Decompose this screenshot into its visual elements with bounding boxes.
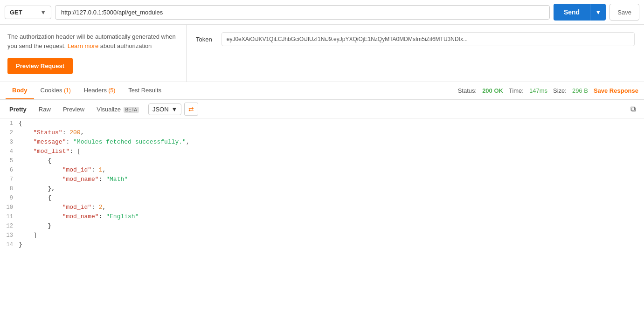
copy-button[interactable]: ⧉ <box>627 103 639 115</box>
line-content: { <box>19 156 644 165</box>
code-area: 1{2 "Status": 200,3 "message": "Modules … <box>0 119 644 322</box>
format-tab-visualize[interactable]: Visualize BETA <box>92 103 144 115</box>
tab-body[interactable]: Body <box>6 82 34 99</box>
line-content: "Status": 200, <box>19 128 644 138</box>
line-number: 1 <box>0 119 19 128</box>
auth-description: The authorization header will be automat… <box>7 32 179 50</box>
copy-icon: ⧉ <box>630 105 636 113</box>
wrap-button[interactable]: ⇄ <box>184 103 198 116</box>
format-tab-pretty[interactable]: Pretty <box>5 103 31 115</box>
send-button[interactable]: Send <box>554 4 590 21</box>
top-bar: GET ▼ Send ▼ Save <box>0 0 644 25</box>
method-label: GET <box>10 9 22 16</box>
line-content: "mod_name": "Math" <box>19 175 644 184</box>
line-content: "mod_id": 2, <box>19 203 644 212</box>
tab-headers[interactable]: Headers (5) <box>77 82 122 99</box>
size-value: 296 B <box>572 87 588 94</box>
middle-panel: The authorization header will be automat… <box>0 25 644 82</box>
line-content: { <box>19 119 644 128</box>
token-label: Token <box>196 32 212 43</box>
time-value: 147ms <box>529 87 547 94</box>
code-line: 9 { <box>0 193 644 203</box>
tab-test-results[interactable]: Test Results <box>122 82 168 99</box>
code-line: 3 "message": "Modules fetched successful… <box>0 138 644 147</box>
response-tabs: Body Cookies (1) Headers (5) Test Result… <box>6 82 168 99</box>
line-number: 11 <box>0 212 19 221</box>
line-number: 6 <box>0 165 19 175</box>
response-tabs-bar: Body Cookies (1) Headers (5) Test Result… <box>0 82 644 100</box>
line-number: 14 <box>0 240 19 249</box>
code-line: 12 } <box>0 221 644 231</box>
code-line: 4 "mod_list": [ <box>0 147 644 156</box>
line-number: 12 <box>0 221 19 231</box>
code-line: 5 { <box>0 156 644 165</box>
wrap-icon: ⇄ <box>188 105 194 113</box>
tab-cookies[interactable]: Cookies (1) <box>34 82 77 99</box>
line-number: 10 <box>0 203 19 212</box>
method-chevron-icon: ▼ <box>40 9 46 16</box>
preview-request-button[interactable]: Preview Request <box>7 58 73 74</box>
line-content: "message": "Modules fetched successfully… <box>19 138 644 147</box>
code-line: 11 "mod_name": "English" <box>0 212 644 221</box>
time-label: Time: <box>509 87 524 94</box>
line-content: "mod_list": [ <box>19 147 644 156</box>
status-label: Status: <box>458 87 477 94</box>
line-content: } <box>19 240 644 249</box>
code-line: 13 ] <box>0 231 644 240</box>
method-selector[interactable]: GET ▼ <box>5 6 51 19</box>
send-dropdown-button[interactable]: ▼ <box>590 4 606 21</box>
token-panel: Token <box>187 25 644 82</box>
save-button[interactable]: Save <box>609 4 639 21</box>
save-response-button[interactable]: Save Response <box>594 87 638 94</box>
json-format-selector[interactable]: JSON ▼ <box>148 103 182 115</box>
format-tab-raw[interactable]: Raw <box>34 103 55 115</box>
learn-more-link[interactable]: Learn more <box>68 42 98 49</box>
code-line: 7 "mod_name": "Math" <box>0 175 644 184</box>
line-content: "mod_name": "English" <box>19 212 644 221</box>
url-input[interactable] <box>55 5 550 20</box>
line-number: 9 <box>0 193 19 203</box>
size-label: Size: <box>553 87 567 94</box>
json-dropdown-icon: ▼ <box>172 106 178 113</box>
line-number: 8 <box>0 184 19 193</box>
send-dropdown-icon: ▼ <box>595 9 601 16</box>
auth-panel: The authorization header will be automat… <box>0 25 187 82</box>
line-number: 3 <box>0 138 19 147</box>
format-bar: Pretty Raw Preview Visualize BETA JSON ▼… <box>0 100 644 119</box>
line-number: 7 <box>0 175 19 184</box>
line-content: ] <box>19 231 644 240</box>
send-btn-group: Send ▼ <box>554 4 606 21</box>
line-content: "mod_id": 1, <box>19 165 644 175</box>
status-value: 200 OK <box>482 87 503 94</box>
beta-badge: BETA <box>124 107 139 113</box>
line-number: 13 <box>0 231 19 240</box>
line-number: 5 <box>0 156 19 165</box>
line-number: 2 <box>0 128 19 138</box>
code-line: 6 "mod_id": 1, <box>0 165 644 175</box>
code-line: 14} <box>0 240 644 249</box>
status-area: Status: 200 OK Time: 147ms Size: 296 B S… <box>458 87 638 94</box>
code-line: 8 }, <box>0 184 644 193</box>
line-number: 4 <box>0 147 19 156</box>
line-content: }, <box>19 184 644 193</box>
line-content: } <box>19 221 644 231</box>
token-input[interactable] <box>222 32 635 46</box>
format-tab-preview[interactable]: Preview <box>58 103 89 115</box>
code-line: 10 "mod_id": 2, <box>0 203 644 212</box>
code-line: 1{ <box>0 119 644 128</box>
code-line: 2 "Status": 200, <box>0 128 644 138</box>
line-content: { <box>19 193 644 203</box>
